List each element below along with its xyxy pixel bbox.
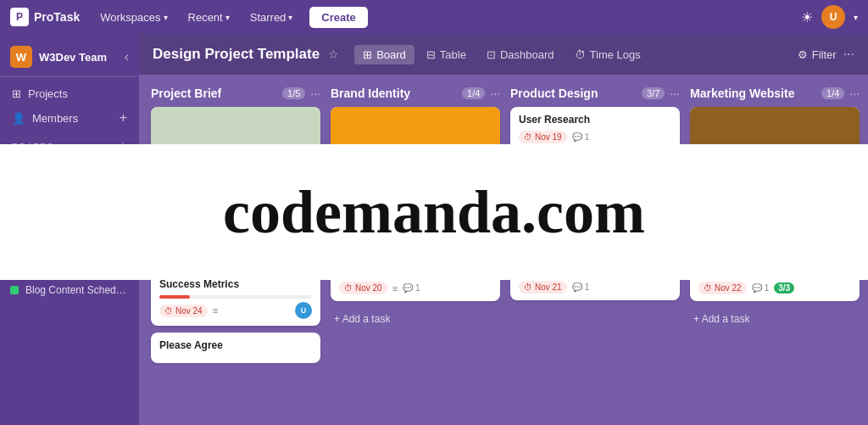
progress-bar-wrap: [159, 295, 312, 299]
column-more-button[interactable]: ···: [670, 87, 680, 100]
column-badge: 1/4: [821, 87, 844, 99]
column-badge: 1/4: [462, 87, 485, 99]
card-date: ⏱Nov 21: [519, 281, 567, 294]
clock-icon: ⏱: [344, 283, 353, 293]
header-right: ⚙ Filter ···: [798, 47, 854, 62]
workspace-icon: W: [10, 46, 32, 68]
column-badge: 1/5: [282, 87, 305, 99]
watermark-text: codemanda.com: [223, 177, 645, 248]
chevron-down-icon: ▾: [225, 13, 230, 22]
avatar[interactable]: U: [821, 5, 845, 29]
tab-label: Dashboard: [500, 48, 554, 61]
tab-label: Board: [376, 48, 406, 61]
checklist-icon: ≡: [213, 305, 218, 316]
column-title: Marketing Website: [690, 87, 794, 100]
card-title: User Research: [519, 114, 671, 126]
tab-icon: ⏱: [575, 48, 586, 61]
chevron-down-icon: ▾: [288, 13, 292, 22]
header-tab-table[interactable]: ⊟Table: [418, 45, 475, 64]
filter-icon: ⚙: [798, 48, 808, 61]
members-icon: 👤: [12, 112, 25, 125]
nav-right-area: ☀ U ▾: [801, 5, 858, 29]
card-avatar: U: [295, 302, 312, 319]
board-color-dot: [10, 286, 19, 294]
filter-button[interactable]: ⚙ Filter: [798, 48, 837, 61]
clock-icon: ⏱: [164, 306, 173, 316]
column-header: Marketing Website 1/4 ···: [690, 87, 860, 100]
starred-nav[interactable]: Starred ▾: [243, 8, 300, 27]
comment-count: 💬1: [752, 283, 770, 293]
card-badge: 3/3: [774, 282, 794, 294]
recent-nav[interactable]: Recent ▾: [181, 8, 236, 27]
column-header: Brand Identity 1/4 ···: [331, 87, 500, 100]
theme-toggle-icon[interactable]: ☀: [801, 9, 813, 25]
card-date: ⏱Nov 19: [519, 131, 567, 143]
column-badge: 3/7: [642, 87, 665, 99]
logo-text: ProTask: [34, 10, 80, 24]
add-task-button[interactable]: + Add a task: [331, 308, 500, 330]
card-title: Please Agree: [159, 339, 312, 351]
header-tab-dashboard[interactable]: ⊡Dashboard: [478, 45, 563, 64]
tab-label: Table: [440, 48, 466, 61]
column-title: Project Brief: [151, 87, 221, 100]
workspace-header: W W3Dev Team ‹: [0, 41, 139, 77]
header-tabs: ⊞Board⊟Table⊡Dashboard⏱Time Logs: [354, 45, 649, 64]
create-button[interactable]: Create: [309, 7, 367, 28]
comment-icon: 💬: [403, 283, 413, 293]
board-header: Design Project Template ☆ ⊞Board⊟Table⊡D…: [139, 34, 868, 75]
board-title: Design Project Template: [153, 46, 320, 63]
comment-count: 💬1: [572, 132, 590, 142]
more-options-button[interactable]: ···: [843, 47, 854, 62]
favorite-star-icon[interactable]: ☆: [328, 48, 339, 61]
header-tab-time-logs[interactable]: ⏱Time Logs: [566, 45, 649, 64]
progress-bar: [159, 295, 190, 299]
card-meta: ⏱Nov 22 💬13/3: [698, 282, 851, 294]
header-tab-board[interactable]: ⊞Board: [354, 45, 415, 64]
column-title: Product Design: [510, 87, 598, 100]
card[interactable]: Please Agree: [151, 333, 320, 363]
column-header: Project Brief 1/5 ···: [151, 87, 320, 100]
card-meta: ⏱Nov 19 💬1: [519, 131, 671, 143]
top-navigation: P ProTask Workspaces ▾ Recent ▾ Starred …: [0, 0, 868, 34]
workspace-name: W3Dev Team: [39, 51, 118, 64]
comment-count: 💬1: [572, 282, 590, 292]
chevron-down-icon: ▾: [164, 13, 168, 22]
clock-icon: ⏱: [524, 132, 532, 142]
clock-icon: ⏱: [524, 282, 532, 292]
logo-icon: P: [10, 8, 29, 26]
comment-icon: 💬: [572, 282, 582, 292]
comment-icon: 💬: [752, 283, 762, 293]
add-task-button[interactable]: + Add a task: [690, 308, 860, 330]
card-meta: ⏱Nov 24 ≡U: [159, 302, 312, 319]
column-more-button[interactable]: ···: [490, 87, 500, 100]
workspaces-nav[interactable]: Workspaces ▾: [93, 8, 174, 27]
sidebar-item-projects[interactable]: ⊞ Projects: [0, 82, 139, 105]
column-more-button[interactable]: ···: [310, 87, 320, 100]
tab-label: Time Logs: [590, 48, 641, 61]
card-date: ⏱Nov 20: [339, 282, 387, 294]
comment-count: 💬1: [403, 283, 420, 293]
card-meta: ⏱Nov 21 💬1: [519, 281, 671, 294]
logo[interactable]: P ProTask: [10, 8, 80, 26]
card-date: ⏱Nov 24: [159, 305, 208, 317]
chevron-down-icon[interactable]: ▾: [854, 13, 858, 22]
card-meta: ⏱Nov 20 ≡💬1: [339, 282, 492, 294]
tab-icon: ⊟: [426, 48, 436, 61]
collapse-icon[interactable]: ‹: [125, 49, 129, 64]
projects-icon: ⊞: [12, 87, 21, 100]
column-more-button[interactable]: ···: [849, 87, 860, 100]
sidebar-board-item[interactable]: Blog Content Schedule: [0, 280, 139, 300]
card-title: Success Metrics: [159, 278, 312, 290]
tab-icon: ⊡: [487, 48, 496, 61]
board-name: Blog Content Schedule: [25, 284, 129, 296]
checklist-icon: ≡: [392, 283, 398, 294]
sidebar-item-members[interactable]: 👤 Members +: [0, 105, 139, 131]
comment-icon: 💬: [572, 132, 582, 142]
tab-icon: ⊞: [363, 48, 372, 61]
column-header: Product Design 3/7 ···: [510, 87, 680, 100]
card-date: ⏱Nov 22: [698, 282, 747, 294]
add-member-button[interactable]: +: [120, 110, 127, 126]
clock-icon: ⏱: [704, 283, 712, 293]
watermark-overlay: codemanda.com: [0, 144, 868, 280]
column-title: Brand Identity: [331, 87, 410, 100]
